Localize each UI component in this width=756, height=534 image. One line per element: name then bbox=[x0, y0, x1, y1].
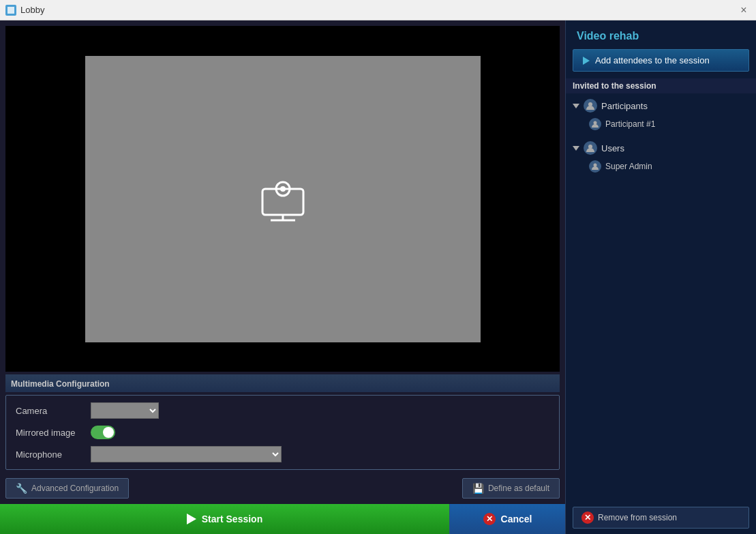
camera-row: Camera bbox=[16, 402, 549, 419]
advanced-config-label: Advanced Configuration bbox=[31, 484, 119, 493]
play-icon bbox=[187, 514, 196, 524]
action-bar: 🔧 Advanced Configuration 💾 Define as def… bbox=[0, 473, 565, 504]
users-group: Users Super Admin bbox=[566, 136, 756, 178]
mirrored-label: Mirrored image bbox=[16, 428, 84, 438]
remove-x-icon: ✕ bbox=[581, 511, 594, 524]
super-admin-avatar bbox=[589, 160, 601, 173]
main-content: Multimedia Configuration Camera Mirrored… bbox=[0, 20, 756, 534]
advanced-config-button[interactable]: 🔧 Advanced Configuration bbox=[5, 478, 129, 499]
svg-point-7 bbox=[594, 121, 597, 125]
left-panel: Multimedia Configuration Camera Mirrored… bbox=[0, 20, 565, 534]
camera-placeholder bbox=[256, 175, 310, 223]
participants-group: Participants Participant #1 bbox=[566, 93, 756, 136]
start-session-label: Start Session bbox=[202, 514, 262, 524]
super-admin-row[interactable]: Super Admin bbox=[566, 158, 756, 175]
invited-header: Invited to the session bbox=[566, 78, 756, 93]
camera-select[interactable] bbox=[91, 402, 159, 419]
svg-point-3 bbox=[280, 186, 286, 192]
svg-rect-0 bbox=[7, 7, 14, 14]
svg-rect-1 bbox=[262, 189, 303, 215]
mirrored-toggle[interactable] bbox=[91, 426, 115, 439]
users-avatar bbox=[584, 141, 597, 155]
microphone-label: Microphone bbox=[16, 449, 84, 460]
participants-avatar bbox=[584, 99, 597, 113]
users-group-row[interactable]: Users bbox=[566, 138, 756, 158]
app-icon bbox=[5, 5, 16, 16]
cancel-label: Cancel bbox=[501, 514, 532, 524]
multimedia-title-bar: Multimedia Configuration bbox=[5, 374, 560, 392]
define-default-label: Define as default bbox=[488, 484, 549, 493]
participants-label: Participants bbox=[601, 101, 648, 111]
title-bar-left: Lobby bbox=[5, 5, 44, 16]
title-bar: Lobby × bbox=[0, 0, 756, 20]
close-button[interactable]: × bbox=[737, 3, 751, 17]
participant1-row[interactable]: Participant #1 bbox=[566, 115, 756, 133]
remove-session-label: Remove from session bbox=[598, 513, 677, 522]
video-area bbox=[5, 26, 560, 372]
mirrored-row: Mirrored image bbox=[16, 426, 549, 439]
microphone-row: Microphone bbox=[16, 446, 549, 462]
video-preview bbox=[85, 56, 481, 342]
right-panel: Video rehab Add attendees to the session… bbox=[565, 20, 756, 534]
add-attendees-label: Add attendees to the session bbox=[595, 55, 710, 65]
microphone-select[interactable] bbox=[91, 446, 282, 462]
participants-expand-icon bbox=[573, 104, 579, 108]
disk-icon: 💾 bbox=[472, 483, 484, 494]
camera-label: Camera bbox=[16, 406, 84, 416]
window-title: Lobby bbox=[20, 5, 44, 15]
remove-session-button[interactable]: ✕ Remove from session bbox=[573, 507, 749, 529]
multimedia-box: Camera Mirrored image Microphone bbox=[5, 395, 560, 470]
cancel-x-icon: ✕ bbox=[483, 513, 496, 525]
participant1-avatar bbox=[589, 118, 601, 130]
start-bar: Start Session ✕ Cancel bbox=[0, 504, 565, 534]
define-default-button[interactable]: 💾 Define as default bbox=[462, 478, 560, 499]
multimedia-config: Camera Mirrored image Microphone bbox=[0, 392, 565, 473]
super-admin-label: Super Admin bbox=[605, 162, 652, 171]
add-attendees-button[interactable]: Add attendees to the session bbox=[573, 49, 749, 72]
play-triangle-icon bbox=[583, 57, 590, 65]
participants-group-row[interactable]: Participants bbox=[566, 96, 756, 115]
participant1-label: Participant #1 bbox=[605, 119, 655, 129]
users-label: Users bbox=[601, 143, 624, 153]
wrench-icon: 🔧 bbox=[16, 483, 27, 494]
cancel-button[interactable]: ✕ Cancel bbox=[449, 504, 565, 534]
multimedia-title: Multimedia Configuration bbox=[11, 379, 110, 389]
start-session-button[interactable]: Start Session bbox=[0, 504, 449, 534]
svg-point-9 bbox=[594, 164, 597, 167]
camera-icon bbox=[256, 175, 310, 223]
session-section: Invited to the session Participants bbox=[566, 78, 756, 501]
right-panel-title: Video rehab bbox=[566, 20, 756, 49]
users-expand-icon bbox=[573, 146, 579, 151]
